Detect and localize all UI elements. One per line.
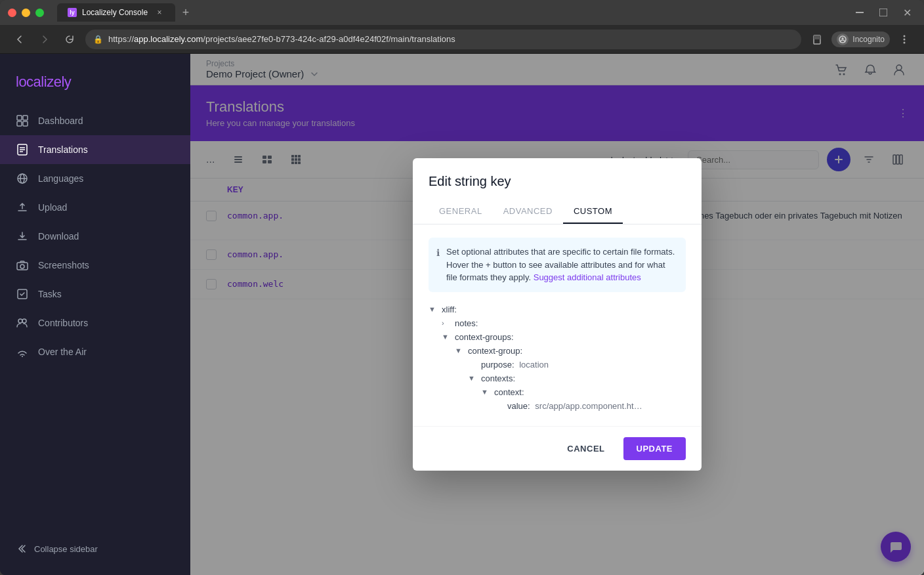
incognito-badge: Incognito — [831, 32, 890, 47]
context-group-label: context-group: — [468, 346, 522, 356]
browser-close-btn[interactable] — [8, 9, 16, 17]
sidebar-item-tasks[interactable]: Tasks — [0, 280, 190, 309]
camera-icon — [16, 259, 29, 272]
browser-menu-btn[interactable] — [895, 30, 914, 49]
context-children: value: src/app/app.component.ht… — [494, 399, 686, 413]
grid-icon — [16, 114, 29, 127]
notes-label: notes: — [455, 318, 478, 328]
svg-point-8 — [904, 41, 906, 43]
context-group-toggle[interactable]: ▼ — [455, 347, 464, 354]
bookmark-icon[interactable] — [808, 30, 826, 49]
back-btn[interactable] — [10, 30, 29, 49]
purpose-field: purpose: location — [468, 358, 686, 372]
window-minimize-btn[interactable] — [850, 3, 869, 22]
modal-footer: CANCEL UPDATE — [413, 426, 702, 471]
context-toggle[interactable]: ▼ — [481, 388, 490, 396]
svg-rect-11 — [17, 121, 22, 126]
main-content: Projects Demo Project (Owner) — [190, 54, 924, 575]
svg-point-24 — [18, 319, 22, 323]
sidebar: localizely Dashboard Translations Langua… — [0, 54, 190, 575]
sidebar-item-translations[interactable]: Translations — [0, 135, 190, 164]
sidebar-item-dashboard[interactable]: Dashboard — [0, 106, 190, 135]
modal-body: ℹ Set optional attributes that are speci… — [413, 224, 702, 426]
svg-rect-1 — [879, 9, 887, 16]
tab-advanced[interactable]: ADVANCED — [493, 200, 563, 224]
svg-rect-0 — [856, 12, 864, 13]
tab-title: Localizely Console — [82, 8, 148, 17]
context-group-children: purpose: location ▼ contexts: — [468, 358, 686, 413]
sidebar-item-contributors[interactable]: Contributors — [0, 309, 190, 337]
sidebar-item-label: Screenshots — [38, 260, 89, 270]
contexts-node: ▼ contexts: — [468, 372, 686, 385]
svg-point-26 — [22, 356, 23, 357]
sidebar-item-download[interactable]: Download — [0, 222, 190, 251]
sidebar-item-languages[interactable]: Languages — [0, 164, 190, 193]
tab-custom[interactable]: CUSTOM — [563, 200, 623, 224]
xliff-tree: ▼ xliff: › notes: ▼ context-gro — [429, 303, 686, 413]
svg-rect-10 — [23, 116, 28, 120]
sidebar-item-label: Translations — [38, 144, 88, 155]
tab-close-btn[interactable]: × — [154, 7, 165, 18]
modal-tabs: GENERAL ADVANCED CUSTOM — [413, 200, 702, 224]
svg-point-7 — [904, 38, 906, 40]
svg-point-5 — [842, 37, 844, 39]
forward-btn[interactable] — [35, 30, 54, 49]
contexts-toggle[interactable]: ▼ — [468, 374, 477, 382]
xliff-children: › notes: ▼ context-groups: ▼ — [442, 316, 686, 413]
update-button[interactable]: UPDATE — [623, 437, 686, 460]
active-tab[interactable]: ly Localizely Console × — [57, 3, 175, 22]
sidebar-item-label: Download — [38, 231, 79, 242]
purpose-value: location — [517, 360, 549, 370]
sidebar-item-over-the-air[interactable]: Over the Air — [0, 337, 190, 366]
app-logo: localizely — [0, 67, 190, 106]
tab-favicon: ly — [68, 8, 77, 17]
suggest-link[interactable]: Suggest additional attributes — [534, 272, 641, 282]
context-groups-children: ▼ context-group: purpose: location — [455, 344, 686, 413]
app-content: localizely Dashboard Translations Langua… — [0, 54, 924, 575]
info-icon: ℹ — [436, 246, 440, 284]
users-icon — [16, 316, 29, 330]
purpose-key: purpose: — [481, 360, 514, 370]
context-groups-toggle[interactable]: ▼ — [442, 333, 451, 341]
info-text: Set optional attributes that are specifi… — [446, 245, 678, 284]
sidebar-item-label: Tasks — [38, 289, 62, 299]
context-group-node: ▼ context-group: — [455, 344, 686, 358]
modal-info-box: ℹ Set optional attributes that are speci… — [429, 238, 686, 292]
upload-icon — [16, 201, 29, 214]
modal-overlay[interactable]: Edit string key GENERAL ADVANCED CUSTOM — [190, 54, 924, 575]
notes-toggle[interactable]: › — [442, 319, 451, 327]
contexts-children: ▼ context: value: src/app/app.component.… — [481, 385, 686, 413]
url-text: https://app.localizely.com/projects/aee2… — [108, 34, 793, 44]
svg-rect-3 — [814, 35, 820, 39]
sidebar-item-label: Contributors — [38, 318, 88, 328]
browser-action-buttons: Incognito — [808, 30, 914, 49]
url-bar[interactable]: 🔒 https://app.localizely.com/projects/ae… — [85, 30, 801, 49]
browser-tabs: ly Localizely Console × + — [57, 3, 845, 22]
notes-node: › notes: — [442, 316, 686, 330]
doc-icon — [16, 143, 29, 156]
collapse-label: Collapse sidebar — [34, 544, 98, 554]
browser-min-btn[interactable] — [22, 9, 30, 17]
tasks-icon — [16, 288, 29, 301]
cancel-button[interactable]: CANCEL — [556, 437, 615, 460]
context-groups-label: context-groups: — [455, 332, 514, 342]
context-groups-node: ▼ context-groups: — [442, 330, 686, 344]
browser-max-btn[interactable] — [35, 9, 44, 17]
tab-general[interactable]: GENERAL — [429, 200, 493, 224]
sidebar-item-label: Languages — [38, 173, 83, 184]
context-label: context: — [494, 387, 524, 397]
edit-string-modal: Edit string key GENERAL ADVANCED CUSTOM — [413, 158, 702, 471]
refresh-btn[interactable] — [60, 30, 79, 49]
window-maximize-btn[interactable] — [874, 3, 892, 22]
xliff-toggle[interactable]: ▼ — [429, 305, 438, 313]
collapse-sidebar-btn[interactable]: Collapse sidebar — [0, 536, 190, 562]
svg-point-6 — [904, 35, 906, 37]
modal-title: Edit string key — [413, 158, 702, 189]
lock-icon: 🔒 — [93, 35, 103, 44]
sidebar-item-screenshots[interactable]: Screenshots — [0, 251, 190, 280]
window-close-btn[interactable]: ✕ — [898, 3, 916, 22]
sidebar-item-upload[interactable]: Upload — [0, 193, 190, 222]
new-tab-btn[interactable]: + — [177, 3, 195, 22]
svg-rect-9 — [17, 116, 22, 120]
browser-titlebar: ly Localizely Console × + ✕ — [0, 0, 924, 25]
